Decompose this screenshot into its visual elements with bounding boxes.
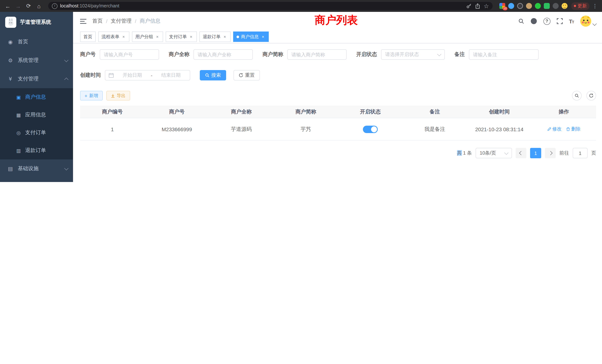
sidebar-item-app-info[interactable]: ▦ 应用信息 [0,106,73,124]
browser-update-button[interactable]: 更新 [571,2,589,10]
breadcrumb-home[interactable]: 首页 [92,18,103,24]
browser-reload-icon[interactable]: ⟳ [24,2,33,10]
tab-merchant-info[interactable]: 商户信息× [233,32,269,42]
extension-avatar-icon[interactable] [526,3,532,9]
tab-home[interactable]: 首页 [80,32,96,42]
tab-user-group[interactable]: 用户分组× [132,32,163,42]
add-button[interactable]: + 新增 [80,91,103,100]
user-menu[interactable] [580,16,596,27]
tab-process-form[interactable]: 流程表单× [98,32,129,42]
extension-smiley-icon[interactable] [562,3,568,9]
sidebar-item-pay-order[interactable]: ◎ 支付订单 [0,124,73,142]
sidebar-item-infrastructure[interactable]: ▤ 基础设施 [0,159,73,178]
plus-icon: + [85,93,87,98]
password-key-icon[interactable] [466,3,471,9]
close-icon[interactable]: × [155,34,160,39]
extension-drop-icon[interactable] [508,3,514,9]
sidebar-item-refund-order[interactable]: ▥ 退款订单 [0,142,73,159]
close-icon[interactable]: × [121,34,126,39]
page-1-button[interactable]: 1 [530,148,541,158]
annotation-merchant-list: 商户列表 [315,13,358,28]
sidebar-item-label: 退款订单 [25,147,46,154]
tab-pay-order[interactable]: 支付订单× [166,32,197,42]
sidebar-item-dev-tools[interactable]: ✎ 研发工具 [0,178,73,182]
full-name-input[interactable] [194,49,253,60]
reset-button[interactable]: 重置 [234,70,260,80]
tab-refund-order[interactable]: 退款订单× [199,32,231,42]
search-button[interactable]: 搜索 [200,70,226,80]
prev-page-button[interactable] [516,148,526,158]
col-merchant-no: 商户号 [145,106,209,118]
col-short-name: 商户简称 [274,106,338,118]
fullscreen-icon[interactable] [557,18,562,24]
browser-forward-icon[interactable]: → [14,2,22,10]
help-icon[interactable]: ? [543,18,550,25]
font-size-icon[interactable]: TT [569,18,574,24]
trash-icon [566,127,570,131]
status-select[interactable]: 请选择开启状态 [381,49,445,60]
extension-grid-icon[interactable]: 10 [499,3,505,9]
sidebar-item-payment[interactable]: ¥ 支付管理 [0,70,73,88]
extension-note-icon[interactable] [544,3,550,9]
page-size-select[interactable]: 10条/页 [476,148,512,158]
refresh-icon [239,73,243,77]
edit-link[interactable]: 修改 [547,126,562,132]
chevron-down-icon [64,166,69,170]
browser-back-icon[interactable]: ← [4,2,12,10]
extension-puzzle-icon[interactable] [553,3,559,9]
avatar[interactable] [580,16,591,27]
date-range-picker[interactable]: 开始日期 - 结束日期 [105,70,190,80]
table-row: 1 M233666999 芋道源码 芋艿 我是备注 2021-10-23 08:… [80,118,596,140]
sidebar-item-system[interactable]: ⚙ 系统管理 [0,51,73,70]
url-text: localhost:1024/pay/merchant [60,3,119,9]
close-icon[interactable]: × [189,34,194,39]
next-page-button[interactable] [545,148,556,158]
monitor-icon: ▤ [7,166,13,172]
browser-home-icon[interactable]: ⌂ [35,2,43,10]
sidebar-item-merchant-info[interactable]: ▣ 商户信息 [0,88,73,106]
sidebar-item-label: 支付管理 [18,76,39,82]
remark-label: 备注 [454,51,465,58]
hamburger-icon[interactable] [79,17,88,25]
goto-page-input[interactable] [573,148,588,158]
bookmark-star-icon[interactable]: ☆ [484,2,489,10]
cell-full-name: 芋道源码 [209,118,274,140]
short-name-input[interactable] [287,49,347,60]
close-icon[interactable]: × [222,34,227,39]
browser-menu-icon[interactable]: ⋮ [592,3,598,9]
col-created-at: 创建时间 [467,106,532,118]
app-logo[interactable]: 芋道管理系统 [0,12,73,33]
status-toggle[interactable] [363,126,378,133]
remark-input[interactable] [469,49,539,60]
search-icon [575,93,579,98]
sidebar-item-label: 应用信息 [25,112,46,118]
page-unit-label: 页 [591,150,596,156]
site-info-icon[interactable]: i [52,3,57,9]
export-button[interactable]: 导出 [106,91,130,100]
github-icon[interactable] [530,18,537,24]
tags-view-bar: 首页 流程表单× 用户分组× 支付订单× 退款订单× 商户信息× [73,30,602,43]
table-toolbar: + 新增 导出 [80,91,596,100]
rabbit-logo-icon [5,17,16,28]
extension-ring-icon[interactable] [517,3,523,9]
address-bar[interactable]: i localhost:1024/pay/merchant ☆ [48,2,493,10]
extension-green-icon[interactable] [535,3,541,9]
search-form-row-2: 创建时间 开始日期 - 结束日期 搜索 重置 [80,70,596,80]
app-title: 芋道管理系统 [20,19,51,26]
delete-link[interactable]: 删除 [566,126,580,132]
refresh-table-button[interactable] [586,91,596,100]
merchant-no-input[interactable] [100,49,159,60]
cell-status [338,118,403,140]
close-icon[interactable]: × [261,34,265,39]
sidebar-item-label: 基础设施 [18,165,39,172]
toggle-search-button[interactable] [572,91,582,100]
chevron-down-icon [64,58,69,62]
extension-icons: 10 [499,3,568,9]
breadcrumb-payment[interactable]: 支付管理 [111,18,132,24]
dashboard-icon: ◉ [7,39,13,45]
share-icon[interactable] [475,3,480,9]
sidebar-item-label: 系统管理 [18,57,39,64]
col-merchant-id: 商户编号 [80,106,145,118]
search-icon[interactable] [518,18,524,24]
sidebar-item-home[interactable]: ◉ 首页 [0,33,73,51]
